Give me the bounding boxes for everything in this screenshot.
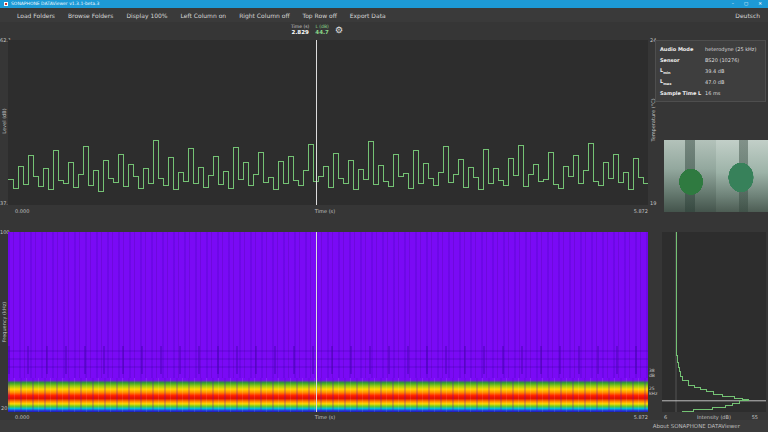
menu-items: Load FoldersBrowse FoldersDisplay 100%Le…	[0, 12, 735, 19]
readout-time: Time (s) 2.829	[291, 24, 309, 36]
info-row-label: Lmin	[660, 67, 705, 75]
info-row-value: 16 ms	[705, 90, 761, 96]
top-x-axis-min: 0.000	[15, 208, 29, 214]
info-row-label: Sample Time L	[660, 90, 705, 96]
level-waveform-plot[interactable]	[8, 40, 648, 205]
close-button[interactable]: ✕	[758, 0, 762, 8]
spec-cursor-intensity: 38 dB	[649, 368, 660, 379]
info-row-label: Lmax	[660, 78, 705, 86]
info-panel: Audio Modeheterodyne (25 kHz)SensorBS20 …	[655, 40, 766, 102]
info-row-label: Sensor	[660, 57, 705, 63]
info-row: Sample Time L16 ms	[660, 89, 761, 97]
measurement-photo-left	[664, 140, 716, 212]
menu-bar: Load FoldersBrowse FoldersDisplay 100%Le…	[0, 8, 768, 22]
info-row-value: heterodyne (25 kHz)	[705, 46, 761, 52]
intensity-histogram-panel[interactable]	[662, 232, 766, 412]
minimize-button[interactable]: –	[732, 0, 734, 8]
info-row-value: 39.4 dB	[705, 68, 761, 74]
menu-item-top-row-off[interactable]: Top Row off	[303, 12, 337, 19]
spectrogram-band-texture	[8, 378, 648, 412]
menu-item-load-folders[interactable]: Load Folders	[17, 12, 55, 19]
info-row: Lmax47.0 dB	[660, 78, 761, 86]
spectrogram-speckles	[8, 346, 648, 374]
top-x-axis-title: Time (s)	[315, 208, 335, 214]
info-row-label: Audio Mode	[660, 46, 705, 52]
time-cursor[interactable]	[316, 40, 317, 205]
frequency-axis-min: 20	[1, 405, 7, 411]
menu-item-display-100-[interactable]: Display 100%	[126, 12, 167, 19]
about-link[interactable]: About SONAPHONE DATAViewer	[653, 423, 740, 429]
menu-item-browse-folders[interactable]: Browse Folders	[68, 12, 113, 19]
waveform-cursor-readout: Time (s) 2.829 L (dB) 44.7 ⚙	[291, 24, 343, 36]
window-titlebar: SONAPHONE DATAViewer v1.3.1-beta.3 – ▢ ✕	[0, 0, 768, 8]
info-row: Audio Modeheterodyne (25 kHz)	[660, 45, 761, 53]
window-controls: – ▢ ✕	[732, 0, 764, 8]
status-bar: About SONAPHONE DATAViewer	[0, 420, 768, 432]
app-logo-icon	[4, 2, 8, 6]
spectrogram-plot[interactable]	[8, 232, 648, 412]
info-row-value: BS20 (10276)	[705, 57, 761, 63]
waveform-svg	[8, 40, 648, 205]
menu-item-language[interactable]: Deutsch	[735, 12, 768, 19]
settings-gear-icon[interactable]: ⚙	[335, 25, 343, 35]
readout-level-value: 44.7	[315, 29, 329, 36]
measurement-photo[interactable]	[664, 140, 768, 212]
menu-item-left-column-on[interactable]: Left Column on	[181, 12, 227, 19]
time-cursor-spectrogram[interactable]	[316, 232, 317, 412]
spec-cursor-frequency: 25 kHz	[649, 386, 660, 397]
temperature-axis-min: 19	[650, 200, 656, 206]
menu-item-export-data[interactable]: Export Data	[350, 12, 386, 19]
window-title: SONAPHONE DATAViewer v1.3.1-beta.3	[11, 0, 729, 8]
level-axis-title: Level (dB)	[1, 102, 7, 140]
app-window: SONAPHONE DATAViewer v1.3.1-beta.3 – ▢ ✕…	[0, 0, 768, 432]
measurement-photo-right	[716, 140, 768, 212]
info-row: Lmin39.4 dB	[660, 67, 761, 75]
maximize-button[interactable]: ▢	[744, 0, 748, 8]
menu-item-right-column-off[interactable]: Right Column off	[239, 12, 289, 19]
frequency-axis-title: Frequency (kHz)	[1, 292, 7, 352]
readout-time-value: 2.829	[291, 29, 308, 36]
readout-level: L (dB) 44.7	[315, 24, 329, 36]
histogram-svg	[662, 232, 766, 412]
info-row: SensorBS20 (10276)	[660, 56, 761, 64]
top-x-axis-max: 5.872	[634, 208, 648, 214]
info-row-value: 47.0 dB	[705, 79, 761, 85]
